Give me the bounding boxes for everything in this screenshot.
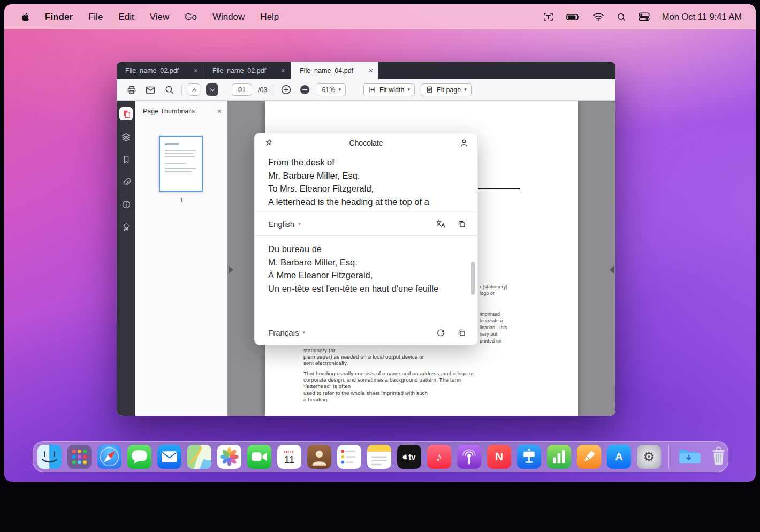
dock-contacts[interactable] — [307, 445, 331, 469]
menu-bar: Finder File Edit View Go Window Help — [4, 4, 756, 29]
email-button[interactable] — [144, 83, 157, 96]
dock-apple-tv[interactable]: tv — [397, 445, 421, 469]
info-tool[interactable] — [119, 199, 133, 210]
dock-system-preferences[interactable]: ⚙ — [637, 445, 661, 469]
dock-calendar[interactable]: OCT 11 — [277, 445, 301, 469]
page-paragraph: That heading usually consists of a name … — [303, 370, 474, 403]
dock-app-store[interactable]: A — [607, 445, 631, 469]
tab-file-1[interactable]: File_name_02.pdf × — [117, 62, 204, 79]
chevron-down-icon: ▾ — [338, 87, 341, 92]
source-language-dropdown[interactable]: English ▾ — [268, 219, 301, 229]
text-recognition-icon[interactable] — [543, 12, 554, 22]
dock-reminders[interactable] — [337, 445, 361, 469]
bookmarks-tool[interactable] — [119, 154, 133, 165]
chevron-down-icon: ▾ — [298, 222, 301, 226]
menu-item-help[interactable]: Help — [260, 12, 279, 22]
dock-launchpad[interactable] — [67, 445, 92, 469]
copy-icon[interactable] — [457, 219, 467, 229]
tab-file-2[interactable]: File_name_02.pdf × — [204, 62, 291, 79]
translate-icon[interactable] — [435, 218, 446, 229]
panel-close-icon[interactable]: × — [217, 107, 222, 116]
notes-band — [367, 445, 391, 452]
news-logo: N — [495, 450, 503, 463]
target-language-dropdown[interactable]: Français ▾ — [268, 328, 305, 337]
tab-file-3-active[interactable]: File_name_04.pdf × — [291, 62, 378, 79]
battery-icon[interactable] — [566, 13, 580, 21]
dock-notes[interactable] — [367, 445, 391, 469]
page-thumbnails-tool-active[interactable] — [119, 107, 133, 120]
dock-podcasts[interactable] — [457, 445, 481, 469]
app-store-logo: A — [615, 451, 622, 463]
signature-tool[interactable] — [119, 221, 133, 233]
dock-mail[interactable] — [157, 445, 181, 469]
zoom-level-dropdown[interactable]: 61% ▾ — [317, 83, 346, 96]
wifi-icon[interactable] — [592, 12, 604, 21]
page-text-fragment: imprinted to create a lication. This ner… — [480, 311, 507, 344]
print-button[interactable] — [125, 83, 138, 96]
dock-safari[interactable] — [97, 445, 121, 469]
menu-item-window[interactable]: Window — [212, 12, 245, 22]
refresh-icon[interactable] — [436, 328, 446, 338]
tab-bar: File_name_02.pdf × File_name_02.pdf × Fi… — [117, 62, 615, 79]
tab-label: File_name_02.pdf — [212, 67, 278, 74]
zoom-level-value: 61% — [322, 86, 335, 94]
translator-title: Chocolate — [255, 139, 477, 147]
sidebar-icon-strip — [117, 101, 135, 416]
fit-width-label: Fit width — [379, 86, 405, 94]
dock-numbers[interactable] — [547, 445, 571, 469]
dock-music[interactable]: ♪ — [427, 445, 451, 469]
zoom-in-button[interactable] — [279, 83, 292, 96]
thumbnails-panel-title: Page Thumbnails — [143, 108, 195, 115]
fit-page-label: Fit page — [437, 86, 461, 94]
tab-close-icon[interactable]: × — [369, 67, 373, 74]
dock-maps[interactable] — [187, 445, 211, 469]
search-button[interactable] — [163, 83, 176, 96]
tab-label: File_name_02.pdf — [125, 67, 191, 74]
fit-width-dropdown[interactable]: Fit width ▾ — [363, 83, 415, 96]
apple-menu-icon[interactable] — [21, 12, 29, 22]
dock-divider — [668, 445, 669, 468]
menu-clock[interactable]: Mon Oct 11 9:41 AM — [662, 12, 742, 22]
dock-finder[interactable] — [37, 445, 62, 469]
spotlight-search-icon[interactable] — [617, 12, 626, 22]
dock-photos[interactable] — [217, 445, 241, 469]
menu-item-go[interactable]: Go — [185, 12, 197, 22]
dock-facetime[interactable] — [247, 445, 271, 469]
next-page-button[interactable] — [206, 83, 218, 96]
page-text-fragment: r (stationery). logo or — [480, 284, 509, 297]
fit-width-icon — [368, 86, 376, 94]
menu-item-file[interactable]: File — [88, 12, 103, 22]
expand-left-panel-arrow[interactable] — [229, 266, 233, 273]
dock-trash[interactable] — [706, 445, 731, 469]
dock: OCT 11 tv ♪ N — [33, 441, 728, 472]
zoom-out-button[interactable] — [298, 83, 311, 96]
menu-app-name[interactable]: Finder — [45, 12, 73, 22]
dock-messages[interactable] — [127, 445, 151, 469]
menu-item-view[interactable]: View — [150, 12, 170, 22]
attachments-tool[interactable] — [119, 176, 133, 188]
tv-label: tv — [408, 452, 415, 461]
page-paragraph: stationery (or plain paper) as needed on… — [303, 347, 424, 367]
scrollbar[interactable] — [471, 262, 475, 295]
dock-keynote[interactable] — [517, 445, 541, 469]
page-number-input[interactable]: 01 — [232, 83, 252, 96]
fit-page-dropdown[interactable]: Fit page ▾ — [421, 83, 472, 96]
dock-downloads[interactable] — [677, 445, 701, 469]
previous-page-button[interactable] — [188, 83, 200, 96]
copy-icon[interactable] — [457, 328, 467, 338]
music-note-icon: ♪ — [436, 450, 443, 464]
tab-close-icon[interactable]: × — [281, 67, 285, 74]
menu-item-edit[interactable]: Edit — [118, 12, 134, 22]
thumbnails-icon — [121, 109, 131, 119]
control-center-icon[interactable] — [639, 12, 650, 22]
desktop: Finder File Edit View Go Window Help — [0, 0, 760, 532]
fit-page-icon — [425, 86, 434, 94]
layers-tool[interactable] — [119, 131, 133, 143]
collapse-right-panel-arrow[interactable] — [610, 266, 614, 273]
page-thumbnail-1[interactable] — [159, 136, 203, 192]
tab-close-icon[interactable]: × — [194, 67, 198, 74]
dock-pages[interactable] — [577, 445, 601, 469]
paperclip-icon — [121, 177, 131, 187]
dock-news[interactable]: N — [487, 445, 511, 469]
bookmark-icon — [121, 155, 131, 164]
